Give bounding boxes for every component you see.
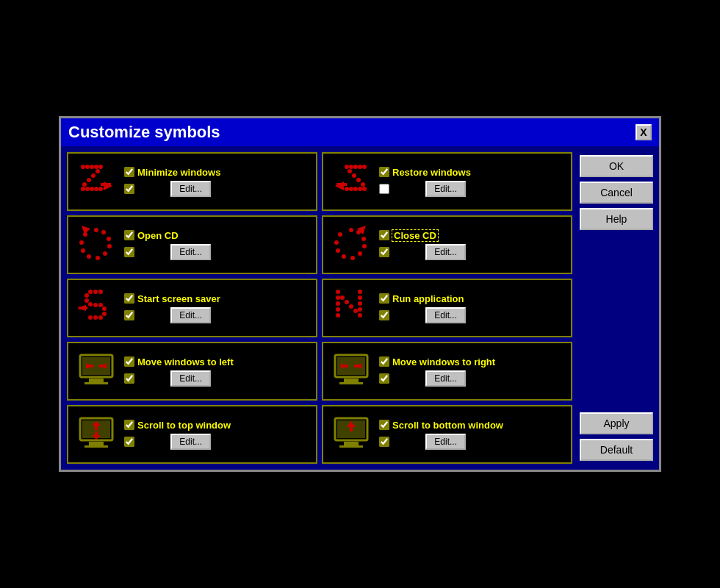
move-right-draw-checkbox[interactable] <box>379 373 389 384</box>
svg-point-76 <box>349 304 353 309</box>
scroll-bottom-draw-checkbox[interactable] <box>379 437 389 447</box>
svg-point-7 <box>87 178 91 182</box>
symbol-card-close-cd: Close CD Draw Edit... <box>322 215 572 274</box>
svg-rect-93 <box>339 382 363 384</box>
restore-draw-row: Draw Edit... <box>379 181 471 197</box>
svg-point-54 <box>98 290 103 294</box>
svg-rect-108 <box>344 442 359 445</box>
svg-rect-96 <box>341 365 348 368</box>
close-cd-checkbox[interactable] <box>379 230 389 240</box>
open-cd-icon <box>74 223 118 267</box>
open-cd-checkbox[interactable] <box>124 230 134 240</box>
svg-point-80 <box>358 301 362 306</box>
default-button[interactable]: Default <box>580 439 653 461</box>
move-left-draw-row: Draw Edit... <box>124 370 234 387</box>
screen-saver-draw-checkbox[interactable] <box>124 310 134 320</box>
svg-point-36 <box>103 251 107 256</box>
run-app-label: Run application <box>392 293 464 304</box>
svg-rect-31 <box>336 183 347 186</box>
screen-saver-label-row: Start screen saver <box>124 293 220 304</box>
move-right-icon <box>329 349 373 393</box>
svg-rect-90 <box>99 365 107 368</box>
close-cd-edit-button[interactable]: Edit... <box>425 244 466 260</box>
svg-point-51 <box>334 240 339 245</box>
svg-point-6 <box>91 173 96 178</box>
svg-point-33 <box>101 230 106 234</box>
move-right-checkbox[interactable] <box>379 356 389 367</box>
svg-point-10 <box>85 187 90 191</box>
minimize-checkbox[interactable] <box>124 167 134 177</box>
svg-point-74 <box>340 295 345 300</box>
symbol-card-move-left: Move windows to left Draw Edit... <box>67 342 317 401</box>
svg-point-60 <box>93 303 98 307</box>
svg-point-43 <box>349 228 353 232</box>
scroll-top-draw-checkbox[interactable] <box>124 437 134 447</box>
dialog-body: Minimize windows Draw Edit... <box>61 146 659 470</box>
run-app-checkbox[interactable] <box>379 293 389 304</box>
symbol-card-screen-saver: Start screen saver Draw Edit... <box>67 279 317 337</box>
svg-point-73 <box>336 313 340 318</box>
screen-saver-draw-row: Draw Edit... <box>124 307 220 323</box>
restore-draw-label: Draw <box>394 182 421 196</box>
scroll-bottom-label: Scroll to bottom window <box>392 420 503 431</box>
svg-point-22 <box>352 173 356 178</box>
move-left-checkbox[interactable] <box>124 356 134 367</box>
minimize-draw-checkbox[interactable] <box>124 184 134 194</box>
svg-point-62 <box>102 306 107 311</box>
svg-point-20 <box>362 165 367 169</box>
symbol-card-run-app: Run application Draw Edit... <box>322 279 572 337</box>
svg-point-59 <box>88 302 93 306</box>
close-button[interactable]: X <box>636 124 652 140</box>
svg-point-21 <box>348 169 352 173</box>
scroll-bottom-checkbox[interactable] <box>379 420 389 430</box>
open-cd-draw-checkbox[interactable] <box>124 247 134 257</box>
svg-point-48 <box>350 256 355 260</box>
svg-point-29 <box>362 187 367 191</box>
open-cd-controls: Open CD Draw Edit... <box>124 230 211 260</box>
screen-saver-checkbox[interactable] <box>124 293 134 304</box>
move-right-label-row: Move windows to right <box>379 356 495 368</box>
run-app-draw-checkbox[interactable] <box>379 310 389 320</box>
scroll-top-label-row: Scroll to top window <box>124 420 231 431</box>
move-right-controls: Move windows to right Draw Edit... <box>379 356 495 387</box>
move-right-edit-button[interactable]: Edit... <box>425 370 466 387</box>
minimize-controls: Minimize windows Draw Edit... <box>124 167 220 197</box>
run-app-edit-button[interactable]: Edit... <box>425 307 466 323</box>
screen-saver-edit-button[interactable]: Edit... <box>170 307 211 323</box>
svg-point-9 <box>81 187 85 191</box>
svg-point-82 <box>358 313 362 318</box>
move-left-icon <box>74 349 118 393</box>
svg-point-55 <box>93 290 98 294</box>
move-left-draw-checkbox[interactable] <box>124 373 134 384</box>
close-cd-draw-checkbox[interactable] <box>379 247 389 257</box>
svg-point-70 <box>336 295 340 300</box>
svg-point-46 <box>362 244 367 248</box>
minimize-edit-button[interactable]: Edit... <box>170 181 211 197</box>
run-app-controls: Run application Draw Edit... <box>379 293 466 323</box>
scroll-top-edit-button[interactable]: Edit... <box>170 434 211 450</box>
restore-label: Restore windows <box>392 167 471 178</box>
scroll-top-checkbox[interactable] <box>124 420 134 430</box>
move-left-edit-button[interactable]: Edit... <box>170 370 211 387</box>
scroll-bottom-controls: Scroll to bottom window Draw Edit... <box>379 420 503 450</box>
svg-point-32 <box>94 228 98 232</box>
apply-button[interactable]: Apply <box>580 412 653 434</box>
ok-button[interactable]: OK <box>580 155 653 177</box>
svg-point-11 <box>90 187 94 191</box>
open-cd-label: Open CD <box>137 230 179 241</box>
scroll-bottom-edit-button[interactable]: Edit... <box>425 434 466 450</box>
scroll-bottom-icon <box>329 412 373 456</box>
restore-edit-button[interactable]: Edit... <box>425 181 466 197</box>
svg-point-35 <box>107 244 112 248</box>
svg-point-49 <box>342 254 346 259</box>
svg-point-1 <box>85 165 90 169</box>
screen-saver-draw-label: Draw <box>139 309 166 322</box>
restore-draw-checkbox[interactable] <box>379 184 389 194</box>
svg-rect-98 <box>354 365 361 368</box>
help-button[interactable]: Help <box>580 208 653 230</box>
open-cd-edit-button[interactable]: Edit... <box>170 244 211 260</box>
scroll-top-label: Scroll to top window <box>137 420 231 431</box>
restore-checkbox[interactable] <box>379 167 389 177</box>
cancel-button[interactable]: Cancel <box>580 182 653 204</box>
minimize-draw-label: Draw <box>139 182 166 196</box>
